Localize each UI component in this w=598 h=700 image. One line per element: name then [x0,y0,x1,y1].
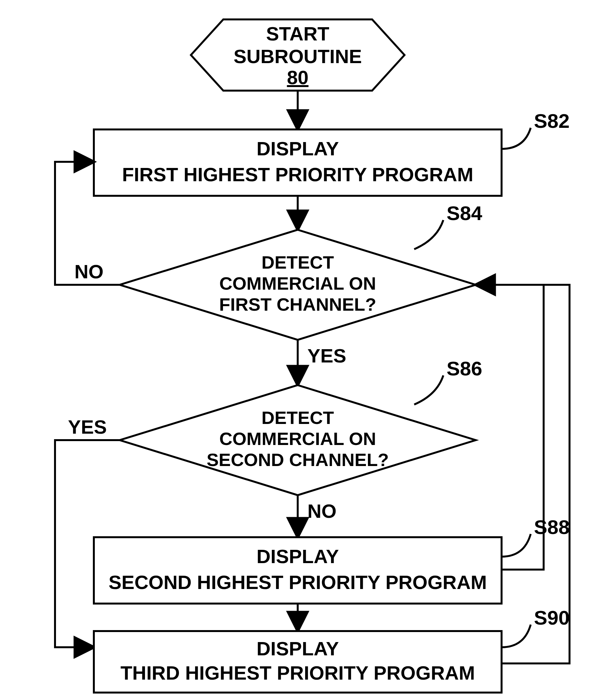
node-s82: DISPLAY FIRST HIGHEST PRIORITY PROGRAM [94,129,502,196]
s90-line1: DISPLAY [257,638,339,659]
s84-line2: COMMERCIAL ON [219,273,376,294]
step-label-s82: S82 [534,110,570,132]
callout-s90 [502,625,531,647]
s88-line1: DISPLAY [257,546,339,567]
label-s84-yes: YES [307,345,346,367]
step-label-s84: S84 [447,202,482,224]
node-s90: DISPLAY THIRD HIGHEST PRIORITY PROGRAM [94,631,502,693]
callout-s86 [414,375,443,404]
s86-line1: DETECT [261,407,334,428]
s84-line1: DETECT [261,252,334,273]
label-s84-no: NO [74,261,103,282]
s90-line2: THIRD HIGHEST PRIORITY PROGRAM [120,662,475,684]
s86-line3: SECOND CHANNEL? [206,450,389,470]
s88-line2: SECOND HIGHEST PRIORITY PROGRAM [108,572,487,593]
s84-line3: FIRST CHANNEL? [219,294,376,315]
callout-s82 [502,128,531,149]
step-label-s90: S90 [534,606,570,629]
callout-s88 [502,534,531,557]
node-start: START SUBROUTINE 80 [191,19,404,91]
label-s86-yes: YES [68,416,107,438]
start-ref: 80 [287,67,309,89]
s82-line1: DISPLAY [257,138,339,159]
s86-line2: COMMERCIAL ON [219,428,376,449]
s82-line2: FIRST HIGHEST PRIORITY PROGRAM [122,164,473,185]
start-line1: START [266,23,329,45]
node-s86: DETECT COMMERCIAL ON SECOND CHANNEL? [120,385,476,495]
step-label-s88: S88 [534,516,570,538]
callout-s84 [414,220,443,249]
start-line2: SUBROUTINE [234,46,362,67]
step-label-s86: S86 [447,357,482,380]
node-s84: DETECT COMMERCIAL ON FIRST CHANNEL? [120,230,476,340]
node-s88: DISPLAY SECOND HIGHEST PRIORITY PROGRAM [94,537,502,604]
label-s86-no: NO [307,500,337,522]
flowchart: START SUBROUTINE 80 DISPLAY FIRST HIGHES… [0,0,598,700]
